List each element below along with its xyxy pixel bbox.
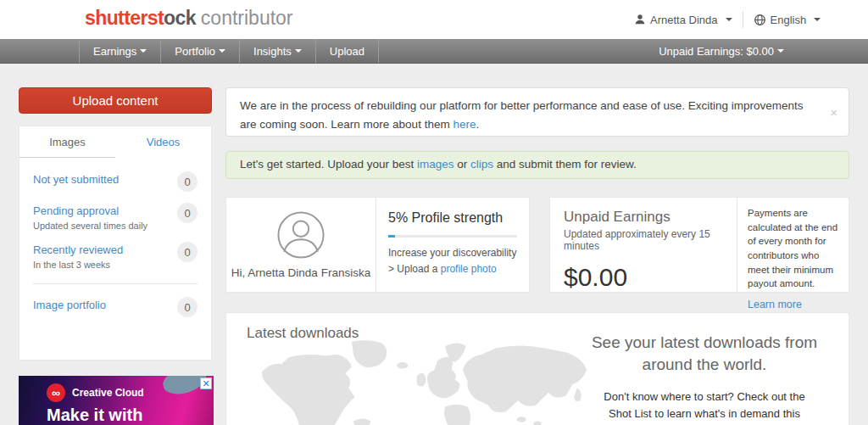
language-menu[interactable]: English bbox=[754, 14, 821, 26]
list-item: Not yet submitted 0 bbox=[33, 171, 198, 192]
portfolio-summary-card: Images Videos Not yet submitted 0 Pendin… bbox=[19, 126, 212, 361]
learn-more-link[interactable]: Learn more bbox=[748, 297, 838, 312]
not-yet-submitted-link[interactable]: Not yet submitted bbox=[33, 173, 119, 186]
nav-items: Earnings Portfolio Insights Upload bbox=[79, 39, 379, 63]
person-icon bbox=[634, 14, 646, 25]
clips-link[interactable]: clips bbox=[470, 158, 493, 171]
logo-text-dark: ock bbox=[164, 7, 196, 29]
shutterstock-logo[interactable]: shutterstockcontributor bbox=[85, 7, 293, 30]
logo-text-red: shutterst bbox=[85, 7, 164, 29]
earnings-amount: $0.00 bbox=[564, 263, 723, 292]
banner-text: Let's get started. Upload your best bbox=[240, 158, 417, 171]
count-badge: 0 bbox=[177, 203, 198, 223]
profile-card: Hi, Arnetta Dinda Fransiska 5% Profile s… bbox=[225, 197, 530, 293]
profile-strength-title: 5% Profile strength bbox=[388, 210, 517, 226]
latest-downloads-card: Latest downloads See your latest downloa… bbox=[225, 312, 849, 425]
earnings-subtitle: Updated approximately every 15 minutes bbox=[564, 228, 723, 252]
ad-headline: Make it with bbox=[47, 405, 142, 425]
ad-close-icon[interactable]: ✕ bbox=[200, 377, 212, 389]
list-divider bbox=[33, 283, 198, 284]
list-item: Recently reviewed In the last 3 weeks 0 bbox=[33, 242, 198, 270]
image-portfolio-link[interactable]: Image portfolio bbox=[33, 299, 106, 311]
user-menu[interactable]: Arnetta Dinda bbox=[634, 14, 732, 26]
main-navbar: Earnings Portfolio Insights Upload Unpai… bbox=[0, 39, 868, 64]
unpaid-earnings-card: Unpaid Earnings Updated approximately ev… bbox=[549, 197, 849, 293]
recently-reviewed-link[interactable]: Recently reviewed bbox=[33, 243, 123, 256]
nav-label: Upload bbox=[330, 45, 364, 58]
banner-text: and submit them for review. bbox=[493, 158, 637, 171]
profile-strength-section: 5% Profile strength Increase your discov… bbox=[376, 198, 529, 292]
tab-images[interactable]: Images bbox=[19, 126, 115, 158]
tab-videos[interactable]: Videos bbox=[115, 126, 211, 158]
profile-photo-link[interactable]: profile photo bbox=[441, 263, 497, 275]
downloads-headline: See your latest downloads from around th… bbox=[569, 332, 840, 375]
nav-label: Portfolio bbox=[175, 45, 215, 58]
profile-tip: Increase your discoverability > Upload a… bbox=[388, 245, 517, 277]
item-subtext: Updated several times daily bbox=[33, 221, 147, 231]
get-started-banner: Let's get started. Upload your best imag… bbox=[225, 151, 849, 179]
language-label: English bbox=[771, 14, 807, 26]
upload-content-button[interactable]: Upload content bbox=[19, 87, 212, 114]
nav-label: Earnings bbox=[93, 45, 136, 58]
count-badge: 0 bbox=[177, 171, 198, 192]
profile-greeting: Hi, Arnetta Dinda Fransiska bbox=[231, 266, 370, 279]
account-area: Arnetta Dinda English bbox=[634, 0, 821, 39]
notice-here-link[interactable]: here bbox=[453, 118, 476, 131]
item-subtext: In the last 3 weeks bbox=[33, 260, 123, 270]
nav-item-insights[interactable]: Insights bbox=[240, 39, 316, 63]
top-header: shutterstockcontributor Arnetta Dinda En… bbox=[0, 0, 868, 39]
chevron-down-icon bbox=[726, 18, 732, 21]
header-divider bbox=[743, 11, 743, 28]
earnings-title: Unpaid Earnings bbox=[564, 209, 723, 226]
list-item: Image portfolio 0 bbox=[33, 297, 198, 317]
globe-icon bbox=[754, 14, 766, 26]
chevron-down-icon bbox=[777, 49, 784, 53]
creative-cloud-icon: ∞ bbox=[47, 383, 65, 402]
count-badge: 0 bbox=[177, 242, 198, 262]
status-list: Not yet submitted 0 Pending approval Upd… bbox=[19, 158, 211, 317]
media-tabs: Images Videos bbox=[19, 126, 211, 158]
count-badge: 0 bbox=[177, 297, 198, 317]
nav-item-earnings[interactable]: Earnings bbox=[79, 39, 161, 63]
chevron-down-icon bbox=[814, 18, 821, 21]
creative-cloud-ad[interactable]: ∞ Creative Cloud Make it with ✕ bbox=[19, 376, 214, 425]
profile-strength-fill bbox=[388, 235, 395, 238]
world-map bbox=[247, 338, 603, 425]
platform-notice-banner: We are in the process of rebuilding our … bbox=[225, 87, 849, 137]
chevron-down-icon bbox=[295, 49, 302, 53]
ad-brand-label: Creative Cloud bbox=[72, 387, 144, 399]
ad-brand-row: ∞ Creative Cloud bbox=[47, 383, 144, 402]
nav-label: Insights bbox=[253, 45, 292, 58]
banner-text: or bbox=[453, 158, 470, 171]
earnings-note: Payments are calculated at the end of ev… bbox=[748, 208, 837, 288]
unpaid-earnings-menu[interactable]: Unpaid Earnings: $0.00 bbox=[659, 39, 784, 63]
user-name: Arnetta Dinda bbox=[650, 14, 718, 26]
chevron-down-icon bbox=[219, 49, 225, 53]
earnings-note-section: Payments are calculated at the end of ev… bbox=[737, 198, 849, 292]
notice-text-end: . bbox=[476, 118, 479, 131]
nav-item-upload[interactable]: Upload bbox=[316, 39, 379, 63]
unpaid-earnings-label: Unpaid Earnings: $0.00 bbox=[659, 45, 774, 58]
close-icon[interactable]: × bbox=[830, 106, 837, 119]
notice-text: We are in the process of rebuilding our … bbox=[240, 99, 804, 131]
avatar[interactable] bbox=[276, 210, 326, 260]
images-link[interactable]: images bbox=[417, 158, 454, 171]
profile-strength-track bbox=[388, 235, 517, 238]
logo-text-contributor: contributor bbox=[201, 7, 293, 29]
chevron-down-icon bbox=[140, 49, 147, 53]
downloads-promo: See your latest downloads from around th… bbox=[569, 332, 840, 425]
nav-item-portfolio[interactable]: Portfolio bbox=[161, 39, 240, 63]
pending-approval-link[interactable]: Pending approval bbox=[33, 204, 119, 217]
earnings-summary: Unpaid Earnings Updated approximately ev… bbox=[550, 198, 737, 292]
profile-greeting-section: Hi, Arnetta Dinda Fransiska bbox=[226, 198, 376, 292]
downloads-body: Don't know where to start? Check out the… bbox=[594, 389, 815, 425]
list-item: Pending approval Updated several times d… bbox=[33, 203, 198, 231]
